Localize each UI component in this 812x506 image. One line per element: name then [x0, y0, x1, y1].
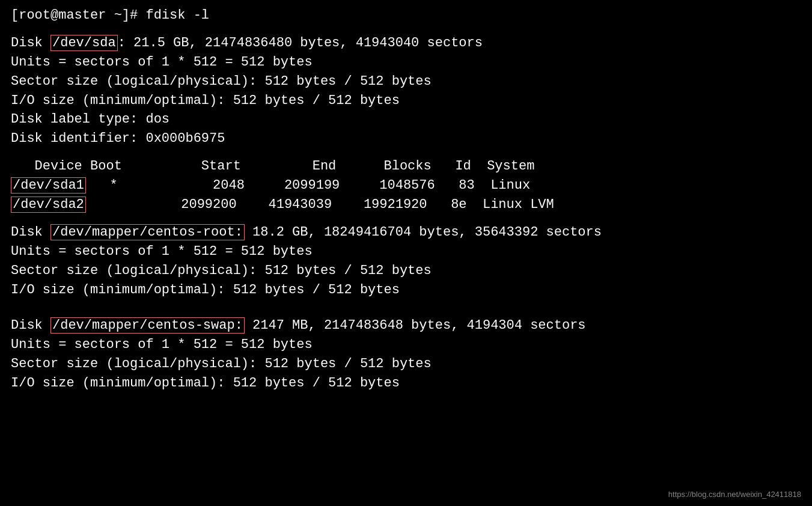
sda-sector-size-line: Sector size (logical/physical): 512 byte… — [11, 72, 801, 91]
centos-swap-units-line: Units = sectors of 1 * 512 = 512 bytes — [11, 335, 801, 355]
centos-root-disk-line: Disk /dev/mapper/centos-root: 18.2 GB, 1… — [11, 223, 801, 242]
prompt-line: [root@master ~]# fdisk -l — [11, 6, 801, 25]
centos-root-highlighted: /dev/mapper/centos-root: — [50, 224, 245, 240]
sda-disk-suffix: : 21.5 GB, 21474836480 bytes, 41943040 s… — [118, 35, 483, 50]
centos-swap-io-size-line: I/O size (minimum/optimal): 512 bytes / … — [11, 374, 801, 393]
centos-root-io-size-line: I/O size (minimum/optimal): 512 bytes / … — [11, 281, 801, 300]
disk-prefix-3: Disk — [11, 318, 50, 333]
terminal-output: [root@master ~]# fdisk -l Disk /dev/sda:… — [11, 6, 801, 393]
centos-swap-suffix: 2147 MB, 2147483648 bytes, 4194304 secto… — [245, 318, 586, 333]
sda-units-line: Units = sectors of 1 * 512 = 512 bytes — [11, 53, 801, 72]
disk-prefix-2: Disk — [11, 225, 50, 240]
centos-root-suffix: 18.2 GB, 18249416704 bytes, 35643392 sec… — [245, 225, 602, 240]
centos-swap-disk-line: Disk /dev/mapper/centos-swap: 2147 MB, 2… — [11, 316, 801, 335]
centos-root-sector-size-line: Sector size (logical/physical): 512 byte… — [11, 261, 801, 281]
sda-label-type-line: Disk label type: dos — [11, 110, 801, 129]
sda-identifier-line: Disk identifier: 0x000b6975 — [11, 129, 801, 148]
sda-io-size-line: I/O size (minimum/optimal): 512 bytes / … — [11, 91, 801, 111]
disk-prefix-1: Disk — [11, 35, 50, 50]
partition-table-header: Device Boot Start End Blocks Id System — [11, 157, 801, 176]
centos-swap-highlighted: /dev/mapper/centos-swap: — [50, 317, 245, 334]
sda2-highlighted: /dev/sda2 — [11, 197, 86, 213]
partition-row-1: /dev/sda1 * 2048 2099199 1048576 83 Linu… — [11, 176, 801, 195]
centos-root-units-line: Units = sectors of 1 * 512 = 512 bytes — [11, 242, 801, 261]
sda1-highlighted: /dev/sda1 — [11, 177, 86, 194]
sda-disk-line: Disk /dev/sda: 21.5 GB, 21474836480 byte… — [11, 34, 801, 53]
watermark: https://blog.csdn.net/weixin_42411818 — [668, 490, 801, 499]
sda-highlighted: /dev/sda — [50, 35, 118, 51]
centos-swap-sector-size-line: Sector size (logical/physical): 512 byte… — [11, 355, 801, 374]
partition-row-2: /dev/sda2 2099200 41943039 19921920 8e L… — [11, 195, 801, 215]
